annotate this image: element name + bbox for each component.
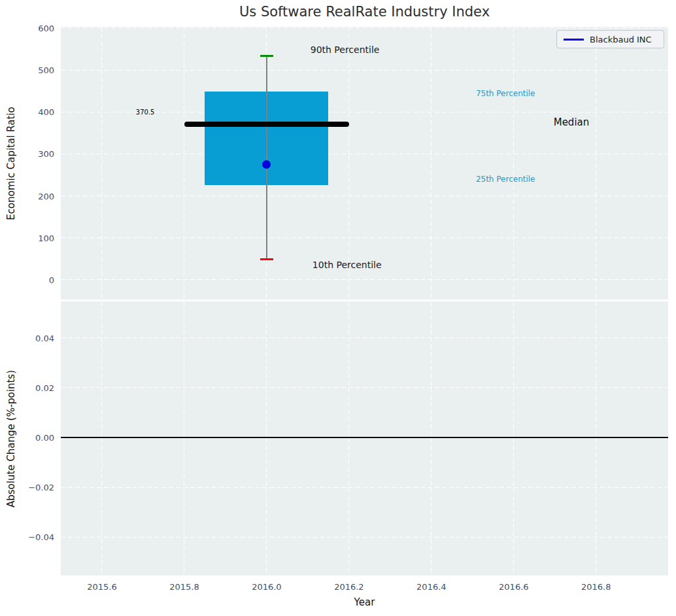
chart-title: Us Software RealRate Industry Index — [61, 4, 668, 20]
gridline-h — [61, 487, 668, 488]
ytick-label: 0.02 — [14, 383, 54, 392]
ytick-label: 600 — [14, 23, 54, 33]
xtick-label: 2015.8 — [158, 582, 211, 592]
gridline-v — [431, 301, 431, 575]
gridline-h — [61, 196, 668, 196]
gridline-h — [61, 27, 668, 28]
gridline-v — [513, 301, 514, 575]
y-axis-label-top: Economic Capital Ratio — [5, 107, 17, 220]
xtick-label: 2016.4 — [405, 582, 458, 592]
gridline-h — [61, 279, 668, 280]
xtick-label: 2016.2 — [323, 582, 375, 592]
gridline-v — [596, 301, 596, 575]
whisker-cap-p10 — [260, 258, 273, 260]
legend: Blackbaud INC — [556, 30, 664, 48]
gridline-h — [61, 70, 668, 71]
whisker-cap-p90 — [260, 55, 273, 57]
ytick-label: 400 — [14, 107, 54, 117]
annotation-10th-percentile: 10th Percentile — [313, 260, 382, 270]
annotation-75th-percentile: 75th Percentile — [476, 89, 535, 98]
gridline-v — [596, 27, 596, 299]
ytick-label: 300 — [14, 149, 54, 159]
gridline-v — [348, 27, 349, 299]
annotation-25th-percentile: 25th Percentile — [476, 175, 535, 184]
gridline-h — [61, 154, 668, 154]
gridline-v — [348, 301, 349, 575]
xtick-label: 2015.6 — [76, 582, 128, 592]
ytick-label: 0.00 — [14, 432, 54, 442]
zero-line — [61, 437, 668, 438]
ytick-label: −0.02 — [14, 483, 54, 492]
xtick-label: 2016.8 — [570, 582, 622, 592]
median-line — [184, 122, 349, 127]
legend-label: Blackbaud INC — [590, 35, 652, 44]
gridline-v — [266, 301, 267, 575]
gridline-v — [184, 301, 184, 575]
gridline-h — [61, 537, 668, 538]
ytick-label: −0.04 — [14, 532, 54, 542]
gridline-h — [61, 387, 668, 388]
xtick-label: 2016.0 — [241, 582, 293, 592]
top-axes: 90th Percentile75th PercentileMedian370.… — [61, 27, 668, 299]
ytick-label: 200 — [14, 191, 54, 201]
legend-line-sample — [564, 39, 584, 41]
ytick-label: 0.04 — [14, 333, 54, 343]
xtick-label: 2016.6 — [488, 582, 540, 592]
ytick-label: 500 — [14, 65, 54, 75]
x-axis-label: Year — [61, 596, 668, 608]
gridline-v — [184, 27, 184, 299]
gridline-v — [513, 27, 514, 299]
ytick-label: 100 — [14, 233, 54, 243]
whisker-line — [266, 56, 267, 260]
annotation-median: Median — [554, 116, 590, 128]
gridline-v — [431, 27, 431, 299]
gridline-v — [101, 27, 102, 299]
gridline-v — [101, 301, 102, 575]
gridline-h — [61, 237, 668, 238]
bottom-axes — [61, 301, 668, 575]
annotation-370.5: 370.5 — [136, 108, 155, 115]
annotation-90th-percentile: 90th Percentile — [311, 44, 380, 55]
gridline-h — [61, 337, 668, 338]
ytick-label: 0 — [14, 275, 54, 284]
figure-canvas: Us Software RealRate Industry Index Econ… — [0, 0, 676, 616]
